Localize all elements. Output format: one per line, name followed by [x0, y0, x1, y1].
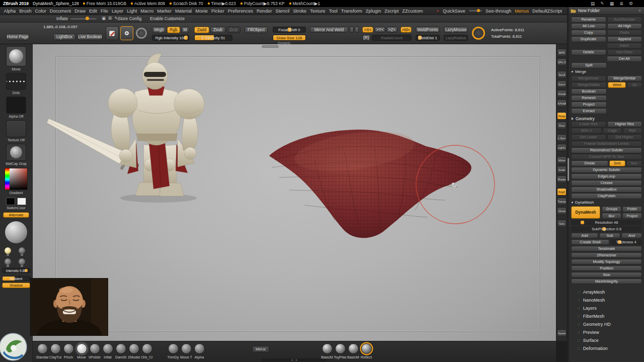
defaultzscript-button[interactable]: DefaultZScript	[532, 9, 562, 14]
symmetry-x-button[interactable]: >X<	[362, 27, 373, 33]
menus-toggle[interactable]: Menus	[515, 9, 529, 14]
enable-customize-button[interactable]: Enable Customize	[150, 16, 185, 21]
zsub-button[interactable]: Zsub	[210, 27, 225, 33]
light-bulb-icon-off[interactable]	[5, 258, 11, 265]
menu-stencil[interactable]: Stencil	[274, 9, 291, 14]
shelf-aahalf[interactable]: AAHalf	[557, 100, 567, 107]
palette-surface[interactable]: ∷Surface	[568, 336, 644, 344]
menu-movie[interactable]: Movie	[194, 9, 210, 14]
button-split[interactable]: Split	[571, 62, 607, 68]
doc-icon[interactable]: ▤	[591, 1, 595, 6]
fillobject-button[interactable]: FillObject	[245, 27, 268, 33]
palette-geometry-hd[interactable]: ∷Geometry HD	[568, 320, 644, 328]
inflate-slider[interactable]: Inflate	[56, 16, 97, 21]
button-copy[interactable]: Copy	[571, 30, 606, 36]
button-autoreorder[interactable]: AutoReorder	[607, 17, 642, 23]
button-higher-res[interactable]: Higher Res	[607, 121, 642, 127]
menu-render[interactable]: Render	[255, 9, 274, 14]
button-uv[interactable]: Uv	[627, 82, 642, 88]
ambient-slider[interactable]: Ambient	[2, 276, 30, 281]
knight-model[interactable]	[47, 54, 204, 203]
material-preview-sphere[interactable]	[5, 221, 27, 243]
button-edgeloop[interactable]: EdgeLoop	[571, 173, 642, 179]
lazymouse-button[interactable]: LazyMouse	[444, 27, 468, 33]
alternate-button[interactable]: Alternate	[3, 212, 29, 218]
button-cage[interactable]: Cage	[603, 128, 622, 134]
button-paste[interactable]: Paste	[607, 30, 642, 36]
mirror-and-weld-button[interactable]: Mirror And Weld	[310, 27, 348, 33]
draw-pointer-button[interactable]	[120, 26, 133, 40]
shadow-button[interactable]: Shadow	[2, 283, 30, 288]
button-modify-topology[interactable]: Modify Topology	[571, 259, 642, 265]
radial-r-button[interactable]: (R)	[362, 35, 370, 41]
shelf-bpr[interactable]: BPR	[557, 49, 567, 56]
shelf-move[interactable]: Move	[557, 156, 567, 164]
shelf-lightc[interactable]: LightC	[557, 144, 567, 151]
button-extract[interactable]: Extract	[571, 108, 607, 114]
live-boolean-button[interactable]: Live Boolean	[77, 34, 103, 40]
button-rename[interactable]: Rename	[571, 17, 606, 23]
edit-object-button[interactable]	[106, 26, 119, 40]
button-duplicate[interactable]: Duplicate	[571, 36, 606, 42]
menu-material[interactable]: Material	[174, 9, 194, 14]
weldpoints-button[interactable]: WeldPoints	[416, 27, 440, 33]
current-stroke-thumbnail[interactable]	[6, 73, 26, 90]
button-claypolish[interactable]: ClayPolish	[571, 193, 642, 199]
light-bulb-icon-on[interactable]	[5, 247, 11, 254]
button-remesh[interactable]: Remesh	[571, 95, 607, 101]
dynamesh-button[interactable]: DynaMesh	[571, 206, 600, 219]
inflate-track[interactable]	[70, 18, 97, 20]
dynamesh-opt-project[interactable]: Project	[622, 213, 642, 219]
brush-alpha[interactable]: Alpha	[193, 343, 206, 359]
shelf-spix-3[interactable]: SPix 3	[557, 58, 567, 66]
menu-zscript[interactable]: Zscript	[383, 9, 400, 14]
button-lower-res[interactable]: Lower Res	[571, 121, 606, 127]
brush-orb-cr[interactable]: Orb_Cr	[140, 343, 153, 359]
menu-stroke[interactable]: Stroke	[291, 9, 308, 14]
button-smt[interactable]: Smt	[609, 160, 625, 166]
grid-icon[interactable]: ▦	[610, 1, 614, 6]
button-and[interactable]: And	[621, 233, 642, 239]
material-basicm[interactable]: BasicM	[320, 343, 334, 359]
new-folder-button[interactable]: New Folder ≡	[568, 7, 644, 15]
button-del-other[interactable]: Del Other	[607, 49, 642, 55]
button-mergesimilar[interactable]: MergeSimilar	[607, 75, 642, 81]
menu-zplugin[interactable]: Zplugin	[364, 9, 383, 14]
button-reconstruct-subdiv[interactable]: Reconstruct Subdiv	[571, 147, 642, 153]
menu-color[interactable]: Color	[33, 9, 48, 14]
viewport-canvas[interactable]: ↻	[33, 44, 556, 341]
menu-file[interactable]: File	[99, 9, 110, 14]
shelf-scroll[interactable]: Scroll	[557, 71, 567, 78]
brush-standar[interactable]: Standar	[36, 343, 49, 359]
brush-trimdy[interactable]: TrimDy	[167, 343, 180, 359]
shelf-xpose[interactable]: Xpose	[557, 329, 567, 337]
mirror-mini-slider[interactable]	[350, 27, 354, 33]
button-del-all[interactable]: Del All	[607, 56, 642, 62]
seethrough-slider[interactable]	[469, 10, 482, 12]
slider-subprojection-0-6[interactable]: SubProjection 0.6	[571, 226, 642, 232]
button-zremesher[interactable]: ZRemesher	[571, 252, 642, 258]
welddist-slider[interactable]: WeldDist 1	[416, 35, 440, 41]
subsection-dynamesh[interactable]: DynaMesh	[571, 200, 642, 206]
button-add[interactable]: Add	[571, 233, 598, 239]
palette-deformation[interactable]: ∷Deformation	[568, 344, 644, 352]
button-convert-bpr-to-geo[interactable]: Convert BPR To Geo	[571, 154, 642, 160]
palette-preview[interactable]: ∷Preview	[568, 328, 644, 336]
switchcolor-label[interactable]: SwitchColor	[7, 206, 25, 210]
light-bulb-icon-off[interactable]	[19, 258, 25, 265]
panel-scrollbar-thumb[interactable]	[568, 158, 569, 181]
button-all-low[interactable]: All Low	[571, 23, 606, 29]
draw-size-slider[interactable]: Draw Size 128	[273, 35, 306, 41]
layers-icon[interactable]: ≣	[619, 1, 623, 6]
button-del-higher[interactable]: Del Higher	[607, 134, 642, 140]
shelf-zoom[interactable]: Zoom	[557, 80, 567, 88]
button-rstr[interactable]: Rstr	[623, 128, 642, 134]
primary-color-swatch[interactable]	[17, 198, 26, 205]
slider-resolution-48[interactable]: Resolution 48	[571, 220, 642, 226]
menu-edit[interactable]: Edit	[87, 9, 99, 14]
record-icon[interactable]	[436, 10, 439, 13]
gradient-label[interactable]: Gradient	[10, 191, 23, 195]
doc-config-icon[interactable]: ▣	[102, 16, 106, 21]
gyro-button[interactable]	[136, 28, 147, 39]
menu-document[interactable]: Document	[48, 9, 72, 14]
